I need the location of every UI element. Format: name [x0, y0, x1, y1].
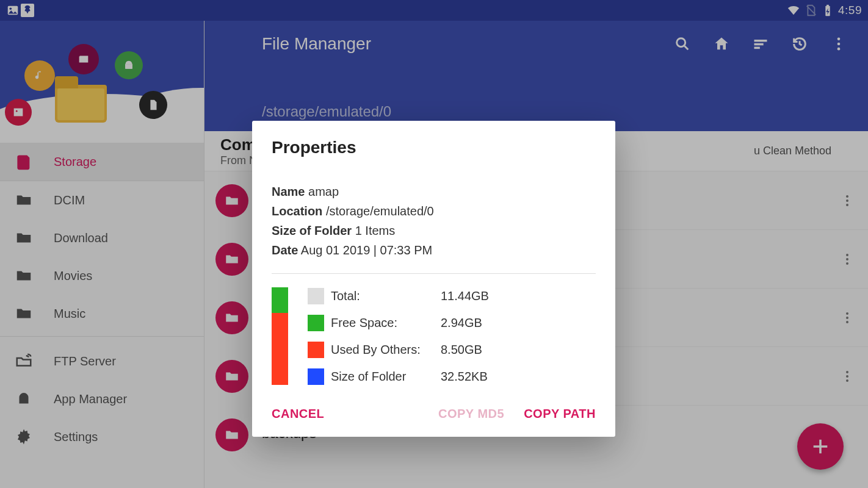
storage-usage-block: Total: 11.44GB Free Space: 2.94GB Used B…: [272, 287, 596, 385]
value-free: 2.94GB: [441, 316, 514, 330]
copy-md5-button[interactable]: COPY MD5: [438, 407, 504, 421]
value-foldersize: 32.52KB: [441, 370, 514, 384]
properties-dialog: Properties Name amap Location /storage/e…: [252, 121, 615, 437]
swatch-total: [308, 288, 324, 304]
value-used: 8.50GB: [441, 343, 514, 357]
copy-path-button[interactable]: COPY PATH: [524, 407, 596, 421]
dialog-date-line: Date Aug 01 2019 | 07:33 PM: [272, 240, 596, 260]
dialog-sizeitems-line: Size of Folder 1 Items: [272, 221, 596, 240]
dialog-buttons: CANCEL COPY MD5 COPY PATH: [272, 407, 596, 421]
dialog-name-line: Name amap: [272, 182, 596, 201]
dialog-title: Properties: [272, 138, 596, 157]
label-foldersize: Size of Folder: [331, 370, 435, 384]
label-used: Used By Others:: [331, 343, 435, 357]
swatch-free: [308, 315, 324, 331]
label-total: Total:: [331, 289, 435, 303]
storage-usage-bar: [272, 287, 288, 385]
cancel-button[interactable]: CANCEL: [272, 407, 324, 421]
dialog-location-line: Location /storage/emulated/0: [272, 201, 596, 221]
label-free: Free Space:: [331, 316, 435, 330]
swatch-used: [308, 342, 324, 358]
swatch-foldersize: [308, 368, 324, 385]
value-total: 11.44GB: [441, 289, 514, 303]
